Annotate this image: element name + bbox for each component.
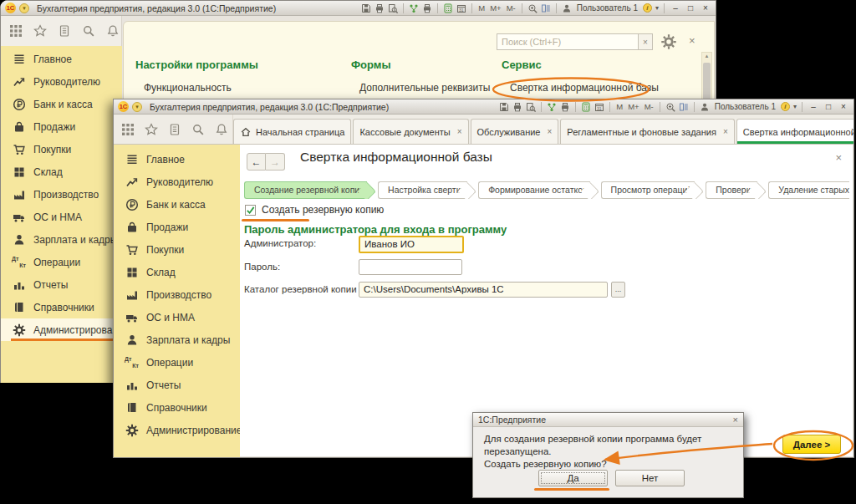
sidebar-item-menu[interactable]: Главное <box>114 148 240 171</box>
next-button[interactable]: Далее > <box>782 435 841 454</box>
favorites-star-button[interactable] <box>33 24 47 38</box>
yes-button[interactable]: Да <box>538 470 608 486</box>
sidebar-item-chart[interactable]: Отчеты <box>114 374 240 396</box>
cart-icon <box>13 143 26 156</box>
sidebar-item-bag[interactable]: Продажи <box>1 115 122 138</box>
wizard-step[interactable]: Настройка свертки <box>378 181 467 199</box>
wizard-step[interactable]: Проверка <box>706 181 757 199</box>
tab-inactive[interactable]: Начальная страница <box>233 119 351 144</box>
user-icon <box>562 3 572 13</box>
sidebar-item-trend[interactable]: Руководителю <box>1 70 122 93</box>
sidebar-item-factory[interactable]: Производство <box>1 183 122 206</box>
sidebar-item-dtkt[interactable]: ДтКтОперации <box>114 351 240 374</box>
memory-button-2[interactable]: М- <box>644 102 655 111</box>
wizard-step[interactable]: Просмотр операций <box>601 181 696 199</box>
memory-button-1[interactable]: М+ <box>489 3 502 13</box>
sidebar-item-truck[interactable]: ОС и НМА <box>114 306 240 328</box>
panel-close-icon[interactable]: × <box>689 34 696 47</box>
section-link[interactable]: Свертка информационной базы <box>510 82 659 94</box>
sidebar-item-cart[interactable]: Покупки <box>114 238 240 261</box>
memory-button-0[interactable]: М <box>615 102 624 111</box>
sidebar-item-person[interactable]: Зарплата и кадры <box>1 228 122 251</box>
create-backup-checkbox[interactable]: Создать резервную копию <box>245 204 384 216</box>
tab-close-icon[interactable]: × <box>457 127 462 136</box>
tab-active[interactable]: Свертка информационной базы× <box>736 119 853 144</box>
minimize-button[interactable]: – <box>808 101 819 112</box>
sidebar-item-cart[interactable]: Покупки <box>1 138 122 160</box>
sidebar-item-dtkt[interactable]: ДтКтОперации <box>1 251 122 273</box>
sidebar-item-person[interactable]: Зарплата и кадры <box>114 328 240 351</box>
history-button[interactable] <box>58 24 71 38</box>
backup-folder-field[interactable]: C:\Users\Documents\Архивы 1С <box>359 282 608 298</box>
info-icon[interactable]: i <box>643 3 652 13</box>
password-section-heading: Пароль администратора для входа в програ… <box>244 223 507 236</box>
back-button[interactable]: ← <box>247 153 266 171</box>
form-close-icon[interactable]: × <box>835 151 842 164</box>
close-button[interactable]: × <box>700 3 711 13</box>
tab-inactive[interactable]: Регламентные и фоновые задания× <box>560 119 734 144</box>
sidebar-item-grid[interactable]: Склад <box>1 160 122 183</box>
menu-grid-button[interactable] <box>9 24 23 38</box>
notifications-bell-button[interactable] <box>106 24 120 38</box>
minimize-button[interactable]: – <box>670 3 681 13</box>
sidebar-item-label: Операции <box>33 257 80 268</box>
sidebar-item-book[interactable]: Справочники <box>1 296 122 318</box>
sidebar-item-book[interactable]: Справочники <box>114 396 240 419</box>
wizard-step[interactable]: Формирование остатков <box>478 181 589 199</box>
system-menu-button[interactable]: ▾ <box>132 102 142 112</box>
tab-close-icon[interactable]: × <box>547 127 552 136</box>
sidebar-item-label: Производство <box>146 289 211 301</box>
chevron-down-icon[interactable]: ▾ <box>793 103 797 110</box>
dialog-titlebar[interactable]: 1С:Предприятие × <box>473 413 743 427</box>
password-field[interactable] <box>359 259 462 275</box>
sidebar-item-chart[interactable]: Отчеты <box>1 273 122 296</box>
system-menu-button[interactable]: ▾ <box>19 3 29 13</box>
search-input[interactable] <box>497 33 639 50</box>
tab-inactive[interactable]: Обслуживание× <box>471 119 559 144</box>
search-button[interactable] <box>191 123 205 136</box>
scrollbar-up-icon[interactable]: ▲ <box>702 53 711 59</box>
maximize-button[interactable]: □ <box>823 101 834 112</box>
sidebar-item-bag[interactable]: Продажи <box>114 216 240 238</box>
info-icon[interactable]: i <box>781 102 790 111</box>
sidebar-item-menu[interactable]: Главное <box>1 48 122 70</box>
chevron-down-icon[interactable]: ▾ <box>655 4 659 12</box>
maximize-button[interactable]: □ <box>685 3 696 13</box>
section-link[interactable]: Функциональность <box>144 82 258 94</box>
sidebar-item-label: Операции <box>146 357 193 369</box>
menu-icon <box>13 53 26 66</box>
forward-button[interactable]: → <box>266 153 285 171</box>
memory-button-2[interactable]: М- <box>506 3 517 13</box>
sidebar-item-truck[interactable]: ОС и НМА <box>1 206 122 228</box>
menu-grid-button[interactable] <box>121 123 135 136</box>
section-link[interactable]: Дополнительные реквизиты <box>359 82 490 94</box>
print-preview-icon <box>526 102 536 112</box>
sidebar-item-gear[interactable]: Администрирование <box>114 419 240 441</box>
history-button[interactable] <box>168 123 181 136</box>
window-titlebar[interactable]: 1С ▾ Бухгалтерия предприятия, редакция 3… <box>114 99 853 115</box>
wizard-step[interactable]: Удаление старых документов <box>768 181 849 199</box>
no-button[interactable]: Нет <box>615 470 685 486</box>
search-clear-button[interactable]: × <box>639 33 653 50</box>
sidebar-item-grid[interactable]: Склад <box>114 261 240 283</box>
memory-button-0[interactable]: М <box>477 3 486 13</box>
sidebar-item-factory[interactable]: Производство <box>114 283 240 306</box>
tab-inactive[interactable]: Кассовые документы× <box>353 119 468 144</box>
close-button[interactable]: × <box>838 101 849 112</box>
window-titlebar[interactable]: 1С ▾ Бухгалтерия предприятия, редакция 3… <box>1 1 716 16</box>
wizard-step[interactable]: Создание резервной копии <box>244 181 367 199</box>
administrator-field[interactable]: Иванов ИО <box>359 236 464 253</box>
favorites-star-button[interactable] <box>145 123 158 136</box>
sidebar-item-ruble[interactable]: Банк и касса <box>1 93 122 115</box>
dialog-close-icon[interactable]: × <box>733 415 738 425</box>
search-button[interactable] <box>82 24 95 38</box>
notifications-bell-button[interactable] <box>215 123 228 136</box>
sidebar-item-trend[interactable]: Руководителю <box>114 171 240 193</box>
tab-close-icon[interactable]: × <box>723 127 728 136</box>
memory-button-1[interactable]: М+ <box>627 102 639 111</box>
sidebar-item-ruble[interactable]: Банк и касса <box>114 193 240 216</box>
panel-settings-gear-icon[interactable] <box>660 33 677 53</box>
sidebar-item-gear[interactable]: Администрирование <box>1 318 122 341</box>
browse-button[interactable]: ... <box>611 282 625 298</box>
checkbox-checked-icon[interactable] <box>245 205 256 216</box>
